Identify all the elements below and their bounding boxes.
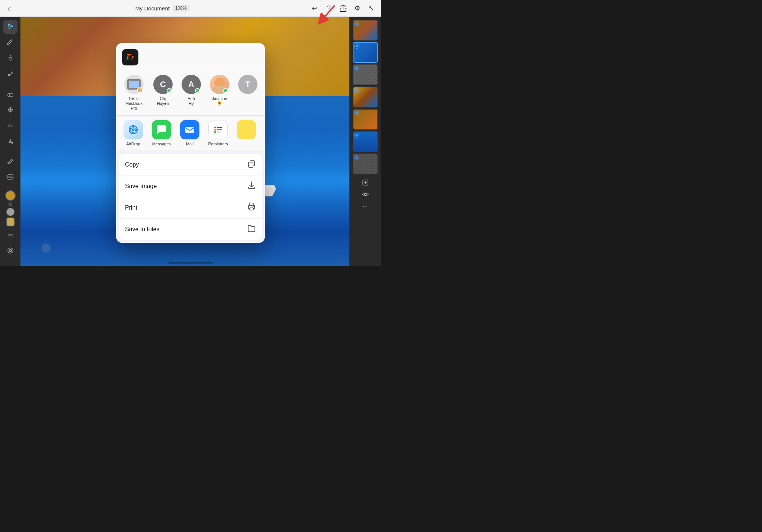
tool-smudge[interactable] — [3, 118, 17, 132]
share-header: Fr — [116, 43, 265, 70]
primary-color-swatch[interactable] — [5, 190, 16, 201]
tool-divider-2 — [5, 151, 16, 151]
tool-eyedropper[interactable] — [3, 154, 17, 168]
action-save-to-files-label: Save to Files — [125, 226, 159, 233]
svg-point-12 — [9, 249, 12, 252]
tool-divider-3 — [5, 187, 16, 187]
home-button[interactable]: ⌂ — [4, 3, 15, 13]
tool-watercolor[interactable] — [3, 51, 17, 65]
contact-anh-hy[interactable]: A AnhHy — [180, 75, 202, 111]
app-mail[interactable]: Mail — [179, 120, 201, 146]
action-copy-label: Copy — [125, 161, 139, 168]
svg-point-22 — [214, 131, 216, 133]
save-to-files-icon — [247, 224, 256, 235]
svg-point-10 — [9, 176, 10, 177]
action-save-image[interactable]: Save Image — [119, 175, 262, 197]
layer-thumb-5[interactable] — [353, 109, 378, 130]
svg-rect-19 — [185, 127, 194, 133]
brush-size-circle[interactable] — [6, 208, 15, 216]
action-save-to-files[interactable]: Save to Files — [119, 219, 262, 240]
print-icon — [247, 202, 256, 213]
settings-button[interactable]: ⚙ — [352, 3, 362, 13]
contact-chi-huyen[interactable]: C ChịHuyền — [152, 75, 174, 111]
contact-avatar-chi-huyen: C — [153, 75, 173, 94]
tool-transform[interactable] — [3, 103, 17, 117]
tool-selection[interactable] — [3, 20, 17, 34]
contact-name-chi-huyen: ChịHuyền — [157, 96, 169, 106]
brush-size-label: 50 — [8, 202, 12, 206]
layer-thumb-2[interactable] — [353, 42, 378, 63]
layer-visibility-button[interactable] — [360, 189, 371, 200]
zoom-level[interactable]: 100% — [173, 5, 189, 12]
copy-icon — [247, 159, 256, 170]
contact-macbook[interactable]: 📶 Tiến'sMacBook Pro — [122, 75, 146, 111]
app-messages[interactable]: Messages — [150, 120, 173, 146]
tool-stroke-style[interactable] — [3, 228, 17, 242]
svg-point-14 — [42, 244, 51, 252]
tool-brush[interactable] — [3, 35, 17, 49]
share-sheet: Fr 📶 Tiến'sMacBook Pro C ChịHuyền A — [116, 43, 265, 243]
action-copy[interactable]: Copy — [119, 154, 262, 175]
layer-thumb-1[interactable] — [353, 20, 378, 41]
app-reminders[interactable]: Reminders — [207, 120, 229, 146]
action-print[interactable]: Print — [119, 197, 262, 219]
reminders-label: Reminders — [208, 142, 228, 146]
svg-point-16 — [364, 194, 366, 196]
app-airdrop[interactable]: AirDrop — [122, 120, 144, 146]
contact-t[interactable]: T — [237, 75, 259, 111]
contact-avatar-t: T — [238, 75, 257, 94]
document-title: My Document — [135, 5, 170, 12]
airdrop-label: AirDrop — [126, 142, 140, 146]
toolbar-center: My Document 100% — [135, 5, 189, 12]
tool-fill[interactable] — [3, 134, 17, 148]
app-icon: Fr — [122, 49, 138, 65]
secondary-color-swatch[interactable] — [6, 217, 15, 226]
svg-point-3 — [11, 71, 12, 72]
svg-point-0 — [9, 57, 12, 60]
layer-thumb-4[interactable] — [353, 87, 378, 107]
svg-point-11 — [8, 248, 13, 253]
canvas-brush-stroke — [37, 242, 74, 254]
apps-row: AirDrop Messages Mail — [116, 116, 265, 151]
svg-rect-27 — [249, 162, 253, 167]
messages-label: Messages — [152, 142, 171, 146]
app-more[interactable] — [235, 120, 257, 146]
right-sidebar-actions: ··· — [360, 177, 371, 212]
layer-more-button[interactable]: ··· — [360, 201, 371, 212]
svg-point-31 — [253, 206, 254, 207]
svg-point-8 — [8, 162, 9, 164]
reminders-icon — [208, 120, 228, 139]
tool-divider-1 — [5, 84, 16, 84]
contacts-row[interactable]: 📶 Tiến'sMacBook Pro C ChịHuyền A AnhHy — [116, 70, 265, 116]
add-layer-button[interactable] — [360, 177, 371, 188]
help-button[interactable]: ? — [324, 3, 334, 13]
right-sidebar: ··· — [349, 17, 381, 266]
tool-effects[interactable] — [3, 244, 17, 258]
save-image-icon — [247, 181, 256, 191]
layer-thumb-7[interactable] — [353, 154, 378, 174]
svg-point-21 — [214, 129, 216, 131]
expand-button[interactable]: ⤡ — [366, 3, 377, 13]
toolbar-left: ⌂ — [4, 3, 15, 13]
contact-avatar-anh-hy: A — [182, 75, 201, 94]
tool-eraser[interactable] — [3, 87, 17, 101]
undo-button[interactable]: ↩ — [310, 3, 320, 13]
tool-image[interactable] — [3, 170, 17, 184]
contact-name-macbook: Tiến'sMacBook Pro — [122, 96, 146, 111]
svg-point-1 — [8, 74, 10, 76]
contact-name-anh-hy: AnhHy — [188, 96, 195, 106]
layer-thumb-3[interactable] — [353, 64, 378, 85]
svg-rect-9 — [8, 175, 13, 179]
svg-point-7 — [11, 142, 13, 144]
svg-point-18 — [132, 129, 134, 131]
action-list: Copy Save Image Print — [119, 154, 262, 240]
home-indicator — [168, 262, 213, 264]
contact-jasmine[interactable]: Jasmine🌻 — [208, 75, 231, 111]
contact-avatar-macbook: 📶 — [124, 75, 144, 94]
left-sidebar: 50 — [0, 17, 20, 266]
svg-rect-6 — [8, 94, 13, 96]
layer-thumb-6[interactable] — [353, 131, 378, 152]
share-button[interactable] — [338, 3, 348, 13]
tool-spray[interactable] — [3, 67, 17, 81]
contact-avatar-jasmine — [210, 75, 229, 94]
